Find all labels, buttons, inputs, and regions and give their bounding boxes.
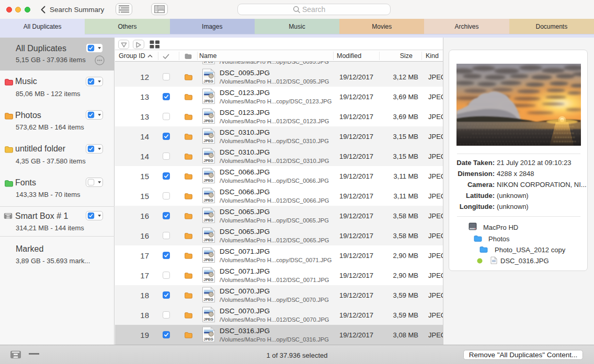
svg-text:JPEG: JPEG (204, 258, 213, 262)
svg-text:JPEG: JPEG (204, 79, 213, 83)
svg-text:JPEG: JPEG (204, 218, 213, 222)
svg-text:JPEG: JPEG (204, 119, 213, 123)
svg-text:JPEG: JPEG (204, 278, 213, 281)
svg-text:JPEG: JPEG (204, 62, 213, 63)
svg-text:JPEG: JPEG (204, 238, 213, 242)
svg-text:JPEG: JPEG (204, 318, 213, 321)
svg-text:JPEG: JPEG (204, 198, 213, 202)
svg-text:JPEG: JPEG (204, 159, 213, 162)
svg-text:JPEG: JPEG (204, 179, 213, 182)
svg-text:JPEG: JPEG (204, 139, 213, 143)
svg-text:JPEG: JPEG (204, 99, 213, 103)
svg-text:JPEG: JPEG (204, 298, 213, 301)
svg-text:JPEG: JPEG (204, 337, 213, 341)
